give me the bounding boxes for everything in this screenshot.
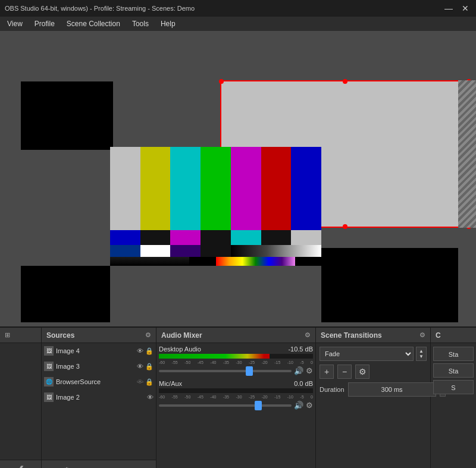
mic-fader-row: 🔊 ⚙	[159, 401, 313, 410]
right-panel-title: C	[436, 331, 441, 340]
preview-area	[0, 31, 476, 326]
right-panel-header: C	[431, 328, 476, 343]
source-item-image3[interactable]: 🖼 Image 3 👁 🔒	[42, 359, 156, 374]
transitions-gear-button[interactable]: ⚙	[355, 365, 369, 379]
desktop-fader-thumb[interactable]	[246, 366, 253, 376]
transitions-settings-icon[interactable]: ⚙	[419, 331, 425, 339]
mic-fader-thumb[interactable]	[255, 401, 262, 410]
duration-input[interactable]	[348, 382, 436, 397]
scenes-panel: ⊞ ❮	[0, 328, 42, 468]
desktop-volume-icon[interactable]: 🔊	[294, 366, 303, 375]
audio-track-mic-header: Mic/Aux 0.0 dB	[159, 380, 313, 387]
sources-add-button[interactable]: +	[46, 466, 51, 469]
source-browser-icon: 🌐	[44, 377, 54, 387]
source-image4-eye[interactable]: 👁	[137, 347, 143, 355]
source-image3-lock[interactable]: 🔒	[145, 363, 154, 370]
sources-settings-icon[interactable]: ⚙	[145, 331, 151, 339]
sources-list: 🖼 Image 4 👁 🔒 🖼 Image 3 👁 🔒 🌐 BrowserSou…	[42, 343, 156, 460]
source-browser-eye-hidden[interactable]: 👁	[137, 378, 143, 386]
transitions-content: Fade Cut Swipe Slide ▲▼ + − ⚙ Duration ▲…	[316, 343, 430, 400]
transitions-add-remove-row: + − ⚙	[320, 365, 427, 379]
source-image2-controls: 👁	[147, 394, 154, 401]
sources-title: Sources	[46, 331, 74, 340]
mic-audio-meter	[159, 388, 313, 393]
handle-tl[interactable]	[219, 79, 224, 84]
close-button[interactable]: ✕	[459, 4, 471, 13]
desktop-audio-ticks: -60-55-50-45-40-35-30-25-20-15-10-50	[159, 360, 313, 365]
source-image2-icon: 🖼	[44, 392, 54, 402]
desktop-gear-icon[interactable]: ⚙	[306, 366, 313, 375]
duration-label: Duration	[320, 386, 345, 393]
menu-profile[interactable]: Profile	[30, 18, 60, 29]
source-image3-icon: 🖼	[44, 362, 54, 371]
desktop-audio-db: -10.5 dB	[288, 345, 313, 353]
handle-bc[interactable]	[343, 224, 347, 229]
desktop-fader[interactable]	[159, 370, 292, 372]
transitions-add-button[interactable]: +	[320, 365, 334, 379]
menu-help[interactable]: Help	[156, 18, 180, 29]
transitions-remove-button[interactable]: −	[337, 365, 352, 379]
title-text: OBS Studio 64-bit, windows) - Profile: S…	[5, 5, 195, 12]
mic-gear-icon[interactable]: ⚙	[306, 401, 313, 410]
sources-gear-button[interactable]: ⚙	[63, 466, 71, 469]
right-btn-2[interactable]: Sta	[433, 363, 474, 378]
audio-mixer-panel: Audio Mixer ⚙ Desktop Audio -10.5 dB -60…	[156, 328, 316, 468]
desktop-audio-meter	[159, 354, 313, 359]
preview-black-br	[321, 248, 458, 322]
audio-track-desktop: Desktop Audio -10.5 dB -60-55-50-45-40-3…	[159, 345, 313, 375]
bottom-panels: ⊞ ❮ Sources ⚙ 🖼 Image 4 👁 🔒 🖼	[0, 326, 476, 468]
source-image3-name: Image 3	[56, 363, 134, 370]
desktop-fader-row: 🔊 ⚙	[159, 366, 313, 375]
menu-tools[interactable]: Tools	[127, 18, 154, 29]
right-panel-content: Sta Sta S	[431, 343, 476, 398]
right-btn-1[interactable]: Sta	[433, 347, 474, 361]
scenes-collapse-icon[interactable]: ⊞	[5, 331, 10, 339]
menu-scene-collection[interactable]: Scene Collection	[62, 18, 125, 29]
mic-audio-ticks: -60-55-50-45-40-35-30-25-20-15-10-50	[159, 395, 313, 399]
minimize-button[interactable]: —	[443, 4, 455, 13]
source-image4-lock[interactable]: 🔒	[145, 347, 154, 355]
mic-volume-icon[interactable]: 🔊	[294, 401, 303, 410]
source-item-image4[interactable]: 🖼 Image 4 👁 🔒	[42, 343, 156, 359]
preview-black-tl	[21, 81, 113, 150]
right-btn-3[interactable]: S	[433, 380, 474, 394]
source-item-browser[interactable]: 🌐 BrowserSource 👁 🔒	[42, 374, 156, 390]
edge-pattern	[458, 80, 476, 228]
transition-spinner[interactable]: ▲▼	[416, 347, 427, 361]
source-image2-eye[interactable]: 👁	[147, 394, 154, 401]
source-image4-controls: 👁 🔒	[137, 347, 154, 355]
source-item-image2[interactable]: 🖼 Image 2 👁	[42, 390, 156, 405]
transitions-title: Scene Transitions	[321, 331, 382, 340]
desktop-audio-meter-fill	[159, 354, 270, 359]
audio-header-icons: ⚙	[305, 331, 311, 339]
right-panel: C Sta Sta S	[431, 328, 476, 468]
source-browser-lock[interactable]: 🔒	[145, 378, 154, 386]
mic-fader[interactable]	[159, 404, 292, 407]
transition-select[interactable]: Fade Cut Swipe Slide	[320, 347, 414, 361]
chevron-down-icon[interactable]: ❮	[16, 464, 25, 469]
audio-track-desktop-header: Desktop Audio -10.5 dB	[159, 345, 313, 353]
scene-transitions-panel: Scene Transitions ⚙ Fade Cut Swipe Slide…	[316, 328, 431, 468]
audio-track-mic: Mic/Aux 0.0 dB -60-55-50-45-40-35-30-25-…	[159, 380, 313, 410]
sources-down-button[interactable]: ∨	[84, 466, 90, 469]
menu-bar: View Profile Scene Collection Tools Help	[0, 17, 476, 31]
audio-mixer-title: Audio Mixer	[161, 331, 202, 340]
color-bars	[110, 147, 321, 266]
sources-up-button[interactable]: ∧	[74, 466, 80, 469]
title-bar: OBS Studio 64-bit, windows) - Profile: S…	[0, 0, 476, 17]
preview-black-bl	[21, 266, 110, 322]
scenes-content	[0, 343, 41, 460]
title-controls: — ✕	[443, 4, 471, 13]
source-image3-eye[interactable]: 👁	[137, 363, 143, 370]
audio-panel-header: Audio Mixer ⚙	[156, 328, 315, 343]
menu-view[interactable]: View	[2, 18, 27, 29]
scenes-footer: ❮	[0, 460, 41, 468]
sources-remove-button[interactable]: −	[55, 466, 60, 469]
duration-row: Duration ▲▼	[320, 382, 427, 397]
source-browser-controls: 👁 🔒	[137, 378, 154, 386]
audio-settings-icon[interactable]: ⚙	[305, 331, 311, 339]
mic-audio-name: Mic/Aux	[159, 380, 182, 387]
handle-tc[interactable]	[343, 79, 347, 84]
sources-panel: Sources ⚙ 🖼 Image 4 👁 🔒 🖼 Image 3 👁 🔒	[42, 328, 156, 468]
transitions-header-icons: ⚙	[419, 331, 425, 339]
